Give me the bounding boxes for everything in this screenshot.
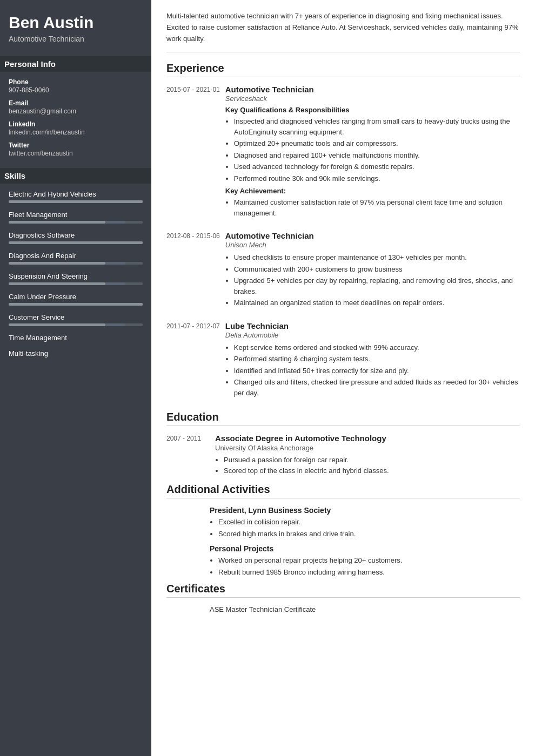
activity-item: Personal Projects Worked on personal rep… [166, 544, 520, 577]
exp-date: 2015-07 - 2021-01 [166, 85, 220, 221]
experience-section-title: Experience [166, 62, 520, 77]
exp-content: Lube Technician Delta Automobile Kept se… [225, 321, 520, 402]
activities-list: President, Lynn Business Society Excelle… [166, 506, 520, 577]
activities-section-title: Additional Activities [166, 483, 520, 498]
activities-section: Additional Activities President, Lynn Bu… [166, 483, 520, 577]
qualifications-label: Key Qualifications & Responsibilities [225, 106, 520, 114]
contact-value: twitter.com/benzaustin [9, 150, 143, 157]
list-item: Scored high marks in brakes and drive tr… [218, 529, 520, 539]
skill-name: Fleet Management [9, 211, 143, 219]
education-section-title: Education [166, 411, 520, 426]
certificates-list: ASE Master Technician Certificate [166, 605, 520, 613]
list-item: Maintained customer satisfaction rate of… [234, 197, 520, 218]
skill-bar [9, 221, 143, 224]
skill-name: Calm Under Pressure [9, 293, 143, 301]
qualifications-list: Inspected and diagnosed vehicles ranging… [225, 116, 520, 184]
edu-bullets: Pursued a passion for foreign car repair… [215, 455, 389, 476]
certificates-section: Certificates ASE Master Technician Certi… [166, 583, 520, 613]
exp-date: 2012-08 - 2015-06 [166, 231, 220, 312]
skill-name: Time Management [9, 334, 143, 342]
skills-list: Electric And Hybrid VehiclesFleet Manage… [9, 190, 143, 357]
list-item: Scored top of the class in electric and … [224, 465, 389, 476]
contact-value: benzaustin@gmail.com [9, 107, 143, 115]
contact-item: Twittertwitter.com/benzaustin [9, 141, 143, 157]
skill-name: Diagnosis And Repair [9, 252, 143, 260]
edu-content: Associate Degree in Automotive Technolog… [215, 434, 389, 476]
skill-bar [9, 200, 143, 203]
experience-item: 2015-07 - 2021-01 Automotive Technician … [166, 85, 520, 221]
contact-label: LinkedIn [9, 120, 143, 128]
skill-item: Suspension And Steering [9, 272, 143, 285]
list-item: Changed oils and filters, checked tire p… [234, 377, 520, 398]
exp-job-title: Automotive Technician [225, 231, 520, 240]
education-item: 2007 - 2011 Associate Degree in Automoti… [166, 434, 520, 476]
main-content: Multi-talented automotive technician wit… [151, 0, 535, 756]
list-item: Used checklists to ensure proper mainten… [234, 252, 520, 263]
contact-value: linkedin.com/in/benzaustin [9, 129, 143, 136]
experience-section: Experience 2015-07 - 2021-01 Automotive … [166, 62, 520, 401]
activity-item: President, Lynn Business Society Excelle… [166, 506, 520, 539]
education-list: 2007 - 2011 Associate Degree in Automoti… [166, 434, 520, 476]
exp-company: Unison Mech [225, 241, 520, 249]
skill-name: Electric And Hybrid Vehicles [9, 190, 143, 198]
skills-section-title: Skills [0, 168, 151, 184]
skill-name: Diagnostics Software [9, 231, 143, 239]
exp-company: Serviceshack [225, 94, 520, 103]
skill-name: Customer Service [9, 313, 143, 321]
exp-content: Automotive Technician Unison Mech Used c… [225, 231, 520, 312]
edu-degree: Associate Degree in Automotive Technolog… [215, 434, 389, 443]
contact-label: E-mail [9, 99, 143, 107]
skill-item: Customer Service [9, 313, 143, 326]
exp-company: Delta Automobile [225, 331, 520, 339]
skill-item: Time Management [9, 334, 143, 342]
exp-job-title: Automotive Technician [225, 85, 520, 94]
contact-value: 907-885-0060 [9, 86, 143, 94]
activity-title: President, Lynn Business Society [210, 506, 520, 515]
list-item: Kept service items ordered and stocked w… [234, 342, 520, 353]
skill-bar [9, 303, 143, 306]
contact-item: E-mailbenzaustin@gmail.com [9, 99, 143, 115]
list-item: Excelled in collision repair. [218, 517, 520, 528]
exp-content: Automotive Technician Serviceshack Key Q… [225, 85, 520, 221]
skill-bar [9, 241, 143, 244]
personal-info-section-title: Personal Info [0, 56, 151, 72]
experience-list: 2015-07 - 2021-01 Automotive Technician … [166, 85, 520, 401]
list-item: Optimized 20+ pneumatic tools and air co… [234, 138, 520, 149]
list-item: Pursued a passion for foreign car repair… [224, 455, 389, 465]
contact-label: Phone [9, 78, 143, 86]
qualifications-list: Kept service items ordered and stocked w… [225, 342, 520, 399]
skill-item: Electric And Hybrid Vehicles [9, 190, 143, 203]
skill-item: Calm Under Pressure [9, 293, 143, 306]
sidebar: Ben Austin Automotive Technician Persona… [0, 0, 151, 756]
education-section: Education 2007 - 2011 Associate Degree i… [166, 411, 520, 476]
skill-name: Suspension And Steering [9, 272, 143, 280]
list-item: Inspected and diagnosed vehicles ranging… [234, 116, 520, 137]
skill-bar [9, 323, 143, 326]
contact-item: LinkedInlinkedin.com/in/benzaustin [9, 120, 143, 136]
achievements-list: Maintained customer satisfaction rate of… [225, 197, 520, 218]
list-item: Performed starting & charging system tes… [234, 354, 520, 364]
contact-item: Phone907-885-0060 [9, 78, 143, 94]
skill-item: Multi-tasking [9, 349, 143, 357]
list-item: Identified and inflated 50+ tires correc… [234, 366, 520, 376]
activity-bullets: Excelled in collision repair.Scored high… [210, 517, 520, 539]
list-item: Diagnosed and repaired 100+ vehicle malf… [234, 150, 520, 161]
skill-item: Diagnostics Software [9, 231, 143, 244]
achievement-label: Key Achievement: [225, 187, 520, 195]
list-item: Worked on personal repair projects helpi… [218, 555, 520, 566]
summary: Multi-talented automotive technician wit… [166, 11, 520, 52]
qualifications-list: Used checklists to ensure proper mainten… [225, 252, 520, 308]
experience-item: 2011-07 - 2012-07 Lube Technician Delta … [166, 321, 520, 402]
edu-date: 2007 - 2011 [166, 434, 210, 476]
skill-bar [9, 282, 143, 285]
list-item: Performed routine 30k and 90k mile servi… [234, 173, 520, 184]
exp-date: 2011-07 - 2012-07 [166, 321, 220, 402]
contact-list: Phone907-885-0060E-mailbenzaustin@gmail.… [9, 78, 143, 157]
list-item: Rebuilt burned 1985 Bronco including wir… [218, 567, 520, 578]
skill-bar [9, 262, 143, 265]
list-item: Used advanced technology for foreign & d… [234, 161, 520, 172]
skill-name: Multi-tasking [9, 349, 143, 357]
edu-school: University Of Alaska Anchorage [215, 444, 389, 452]
contact-label: Twitter [9, 141, 143, 149]
certificate-item: ASE Master Technician Certificate [166, 605, 520, 613]
